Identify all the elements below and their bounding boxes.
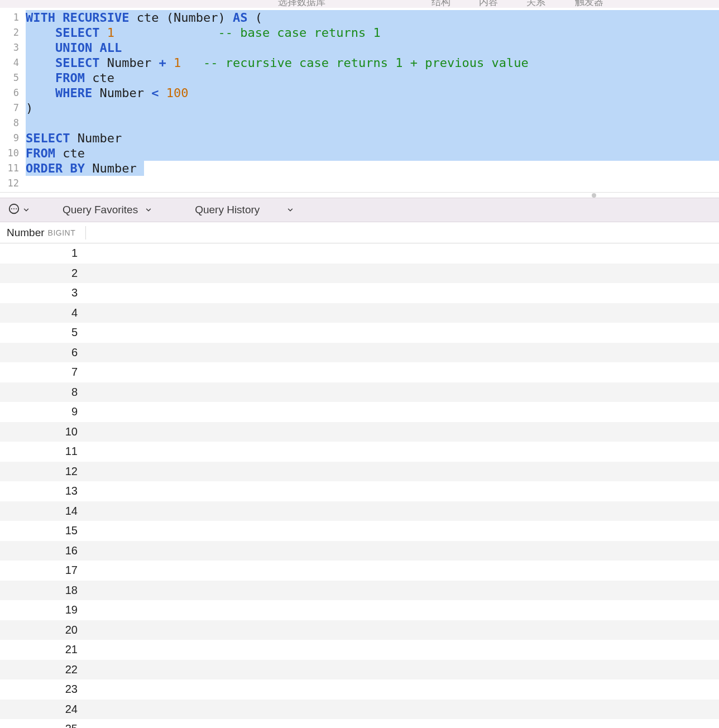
cell-number: 4	[0, 306, 81, 319]
code-line[interactable]: SELECT Number	[26, 131, 719, 146]
code-line[interactable]: FROM cte	[26, 146, 719, 161]
column-type: BIGINT	[48, 228, 76, 237]
table-row[interactable]: 17	[0, 561, 719, 581]
ellipsis-icon	[8, 203, 20, 218]
results-grid[interactable]: 1234567891011121314151617181920212223242…	[0, 243, 719, 728]
code-line[interactable]: SELECT 1 -- base case returns 1	[26, 25, 719, 40]
column-name: Number	[7, 227, 45, 239]
table-row[interactable]: 22	[0, 660, 719, 680]
query-favorites-dropdown[interactable]: Query Favorites	[59, 204, 156, 216]
tab-content[interactable]: 内容	[479, 0, 498, 8]
table-row[interactable]: 12	[0, 462, 719, 482]
line-number: 2	[0, 25, 19, 40]
code-line[interactable]	[26, 116, 719, 131]
chevron-down-icon	[22, 206, 30, 214]
tab-relations[interactable]: 关系	[526, 0, 545, 8]
cell-number: 25	[0, 722, 81, 728]
code-line[interactable]: SELECT Number + 1 -- recursive case retu…	[26, 55, 719, 70]
line-number: 9	[0, 131, 19, 146]
svg-point-1	[11, 208, 12, 209]
cell-number: 16	[0, 544, 81, 557]
svg-point-2	[13, 208, 15, 209]
line-number: 4	[0, 55, 19, 70]
table-row[interactable]: 1	[0, 243, 719, 264]
cell-number: 9	[0, 405, 81, 418]
code-line[interactable]: ORDER BY Number	[26, 161, 719, 176]
cell-number: 24	[0, 703, 81, 716]
line-number: 6	[0, 85, 19, 100]
editor-results-divider[interactable]	[0, 192, 719, 198]
line-number: 10	[0, 146, 19, 161]
table-row[interactable]: 25	[0, 719, 719, 728]
cell-number: 19	[0, 604, 81, 616]
table-row[interactable]: 8	[0, 382, 719, 403]
cell-number: 1	[0, 247, 81, 260]
table-row[interactable]: 16	[0, 541, 719, 561]
cell-number: 3	[0, 286, 81, 299]
cell-number: 20	[0, 624, 81, 636]
query-favorites-label: Query Favorites	[63, 204, 138, 216]
cell-number: 12	[0, 465, 81, 478]
line-number: 11	[0, 161, 19, 176]
tab-triggers[interactable]: 触发器	[575, 0, 603, 8]
table-row[interactable]: 21	[0, 640, 719, 660]
code-line[interactable]: WHERE Number < 100	[26, 85, 719, 100]
cell-number: 7	[0, 366, 81, 379]
code-line[interactable]	[26, 176, 719, 191]
tab-structure[interactable]: 结构	[432, 0, 450, 8]
tab-select-database[interactable]: 选择数据库	[278, 0, 325, 8]
cell-number: 10	[0, 425, 81, 438]
line-number: 12	[0, 176, 19, 191]
cell-number: 6	[0, 346, 81, 359]
table-row[interactable]: 15	[0, 521, 719, 541]
table-row[interactable]: 5	[0, 323, 719, 343]
table-row[interactable]: 7	[0, 362, 719, 382]
cell-number: 5	[0, 326, 81, 339]
cell-number: 15	[0, 524, 81, 537]
results-column-header[interactable]: Number BIGINT	[0, 222, 719, 243]
table-row[interactable]: 14	[0, 501, 719, 521]
table-row[interactable]: 10	[0, 422, 719, 442]
cell-number: 22	[0, 663, 81, 676]
editor-gutter: 123456789101112	[0, 8, 22, 192]
query-toolbar: Query Favorites Query History	[0, 198, 719, 222]
cell-number: 13	[0, 485, 81, 497]
cell-number: 11	[0, 445, 81, 458]
code-line[interactable]: )	[26, 100, 719, 116]
editor-code-area[interactable]: WITH RECURSIVE cte (Number) AS ( SELECT …	[22, 8, 719, 192]
cell-number: 14	[0, 505, 81, 518]
table-row[interactable]: 20	[0, 620, 719, 640]
cell-number: 18	[0, 584, 81, 597]
table-row[interactable]: 11	[0, 442, 719, 462]
table-row[interactable]: 2	[0, 264, 719, 284]
chevron-down-icon	[286, 206, 294, 214]
code-line[interactable]: WITH RECURSIVE cte (Number) AS (	[26, 10, 719, 25]
table-row[interactable]: 3	[0, 283, 719, 303]
svg-point-3	[16, 208, 17, 209]
table-row[interactable]: 24	[0, 700, 719, 720]
line-number: 3	[0, 40, 19, 55]
table-row[interactable]: 13	[0, 481, 719, 501]
code-line[interactable]: UNION ALL	[26, 40, 719, 55]
column-resize-handle[interactable]	[85, 226, 86, 240]
table-row[interactable]: 18	[0, 581, 719, 601]
code-line[interactable]: FROM cte	[26, 70, 719, 85]
cell-number: 2	[0, 267, 81, 280]
cell-number: 23	[0, 683, 81, 696]
sql-editor[interactable]: 123456789101112 WITH RECURSIVE cte (Numb…	[0, 8, 719, 192]
table-row[interactable]: 23	[0, 679, 719, 700]
cell-number: 8	[0, 386, 81, 399]
query-actions-menu[interactable]	[8, 203, 30, 218]
chevron-down-icon	[145, 206, 152, 214]
table-row[interactable]: 6	[0, 343, 719, 363]
query-history-label: Query History	[195, 204, 260, 216]
table-row[interactable]: 4	[0, 303, 719, 323]
line-number: 1	[0, 10, 19, 25]
line-number: 7	[0, 100, 19, 116]
drag-handle-dot[interactable]	[592, 193, 596, 198]
table-row[interactable]: 9	[0, 402, 719, 422]
window-tabstrip: 选择数据库 结构 内容 关系 触发器	[0, 0, 719, 8]
query-history-dropdown[interactable]: Query History	[191, 204, 298, 216]
line-number: 8	[0, 116, 19, 131]
table-row[interactable]: 19	[0, 600, 719, 620]
